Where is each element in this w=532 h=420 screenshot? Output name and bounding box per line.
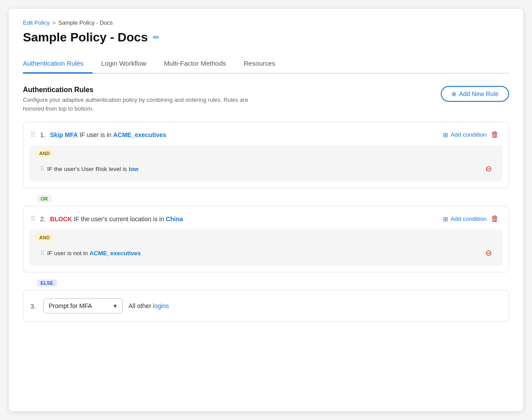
- condition-drag-handle-1-1[interactable]: ⠿: [40, 165, 44, 172]
- edit-title-icon[interactable]: ✏: [153, 33, 160, 42]
- and-badge-row-2: AND: [36, 234, 496, 241]
- breadcrumb-separator: >: [52, 19, 56, 26]
- section-header: Authentication Rules Configure your adap…: [23, 86, 509, 113]
- tab-login-workflow[interactable]: Login Workflow: [93, 55, 155, 74]
- drag-handle-1[interactable]: ⠿: [30, 130, 35, 139]
- add-new-rule-button[interactable]: ⊕ Add New Rule: [441, 86, 510, 102]
- condition-row-1-1: ⠿ IF the user's User Risk level is low ⊖: [36, 160, 496, 177]
- rule2-action: BLOCK: [50, 216, 72, 223]
- rule-left-1: ⠿ 1. Skip MFA IF user is in ACME_executi…: [30, 130, 166, 139]
- rule2-is-in: is in: [153, 216, 164, 223]
- tabs-row: Authentication Rules Login Workflow Mult…: [23, 55, 509, 74]
- section-title: Authentication Rules: [23, 86, 252, 94]
- rule-text-2: BLOCK IF the user's current location is …: [50, 216, 183, 223]
- add-condition-icon-1: ⊞: [443, 131, 448, 138]
- rule-number-1: 1.: [40, 131, 46, 138]
- condition-section-2: AND ⠿ IF user is not in ACME_executives: [30, 230, 502, 266]
- rule-card-1: ⠿ 1. Skip MFA IF user is in ACME_executi…: [23, 122, 509, 188]
- add-condition-label-2: Add condition: [450, 216, 487, 222]
- rule3-row: 3. Prompt for MFA Skip MFA Block ▼ All o…: [23, 290, 509, 321]
- section-info: Authentication Rules Configure your adap…: [23, 86, 252, 113]
- and-badge-2: AND: [36, 234, 53, 241]
- condition-text-2-1: IF user is not in ACME_executives: [47, 250, 141, 256]
- and-badge-1: AND: [36, 150, 53, 157]
- rule-right-2: ⊞ Add condition 🗑: [443, 214, 500, 223]
- rule3-all-other: All other: [129, 302, 153, 309]
- section-description: Configure your adaptive authentication p…: [23, 96, 252, 113]
- rule3-logins: logins: [153, 302, 169, 309]
- condition-row-2-1: ⠿ IF user is not in ACME_executives ⊖: [36, 245, 496, 261]
- rule1-group: ACME_executives: [113, 131, 167, 138]
- else-row: ELSE: [23, 279, 509, 286]
- cond1-text-before: IF the user's User Risk level is: [47, 166, 129, 172]
- prompt-mfa-select[interactable]: Prompt for MFA Skip MFA Block: [43, 298, 123, 313]
- remove-icon-2-1: ⊖: [485, 248, 492, 258]
- cond2-if: IF user: [47, 250, 67, 256]
- breadcrumb-edit-policy-link[interactable]: Edit Policy: [23, 19, 50, 26]
- cond2-in: in: [83, 250, 89, 256]
- remove-condition-1-1-button[interactable]: ⊖: [485, 164, 492, 174]
- add-condition-label-1: Add condition: [450, 131, 487, 138]
- tab-multi-factor-methods[interactable]: Multi-Factor Methods: [155, 55, 235, 74]
- drag-handle-2[interactable]: ⠿: [30, 215, 35, 223]
- rule-number-3: 3.: [30, 302, 36, 310]
- and-badge-row-1: AND: [36, 150, 496, 157]
- page-title-row: Sample Policy - Docs ✏: [23, 30, 509, 45]
- rule-left-2: ⠿ 2. BLOCK IF the user's current locatio…: [30, 215, 183, 223]
- delete-rule-2-button[interactable]: 🗑: [490, 214, 500, 223]
- tab-resources[interactable]: Resources: [235, 55, 284, 74]
- remove-condition-2-1-button[interactable]: ⊖: [485, 248, 492, 258]
- plus-circle-icon: ⊕: [451, 90, 457, 97]
- cond1-risk-value: low: [129, 166, 139, 172]
- rule1-text-if: IF user is in: [79, 131, 113, 138]
- condition-text-1-1: IF the user's User Risk level is low: [47, 166, 138, 172]
- condition-section-1: AND ⠿ IF the user's User Risk level is l…: [30, 145, 502, 182]
- add-new-rule-label: Add New Rule: [459, 90, 499, 97]
- remove-icon-1-1: ⊖: [485, 164, 492, 174]
- breadcrumb-current-page: Sample Policy - Docs: [58, 19, 113, 26]
- rule2-text-mid: IF the user's current location: [74, 216, 153, 223]
- prompt-select-wrapper: Prompt for MFA Skip MFA Block ▼: [43, 298, 123, 313]
- add-condition-button-1[interactable]: ⊞ Add condition: [443, 131, 487, 138]
- condition-drag-handle-2-1[interactable]: ⠿: [40, 249, 44, 256]
- tab-authentication-rules[interactable]: Authentication Rules: [23, 55, 93, 74]
- cond2-group: ACME_executives: [89, 250, 141, 256]
- add-condition-button-2[interactable]: ⊞ Add condition: [443, 216, 487, 223]
- add-condition-icon-2: ⊞: [443, 216, 448, 223]
- rule-block-1: ⠿ 1. Skip MFA IF user is in ACME_executi…: [23, 122, 509, 188]
- page-title: Sample Policy - Docs: [23, 30, 148, 45]
- rule-number-2: 2.: [40, 215, 46, 223]
- condition-left-2-1: ⠿ IF user is not in ACME_executives: [40, 249, 141, 256]
- rule2-country: China: [166, 216, 183, 223]
- rule-card-3: 3. Prompt for MFA Skip MFA Block ▼ All o…: [23, 290, 509, 322]
- rule-text-1: Skip MFA IF user is in ACME_executives: [50, 131, 167, 138]
- or-row: OR: [23, 195, 509, 202]
- rule-row-2: ⠿ 2. BLOCK IF the user's current locatio…: [23, 206, 509, 230]
- rules-stack: ⠿ 1. Skip MFA IF user is in ACME_executi…: [23, 122, 509, 329]
- rule1-action: Skip MFA: [50, 131, 78, 138]
- rule3-label: All other logins: [129, 302, 169, 309]
- else-connector-badge: ELSE: [37, 279, 57, 286]
- breadcrumb: Edit Policy > Sample Policy - Docs: [23, 19, 509, 26]
- or-connector-badge: OR: [37, 195, 52, 202]
- rule-block-2: OR ⠿ 2. BLOCK IF the user's current loca…: [23, 195, 509, 272]
- delete-rule-1-button[interactable]: 🗑: [490, 130, 500, 139]
- rule-card-2: ⠿ 2. BLOCK IF the user's current locatio…: [23, 206, 509, 272]
- rule-block-3: ELSE 3. Prompt for MFA Skip MFA Block ▼: [23, 279, 509, 322]
- rule-right-1: ⊞ Add condition 🗑: [443, 130, 500, 139]
- rule-row-1: ⠿ 1. Skip MFA IF user is in ACME_executi…: [23, 122, 509, 145]
- cond2-is-not: is not: [67, 250, 82, 256]
- condition-left-1-1: ⠿ IF the user's User Risk level is low: [40, 165, 138, 172]
